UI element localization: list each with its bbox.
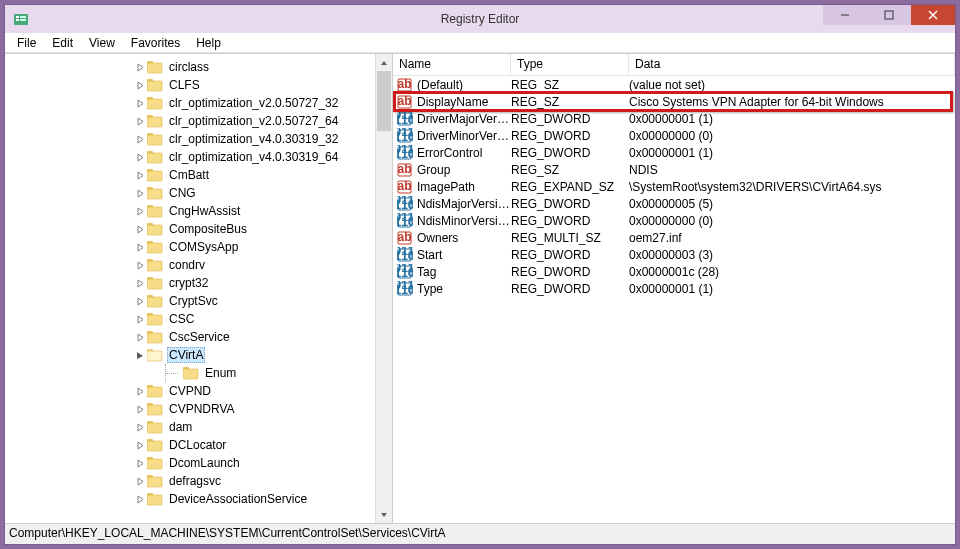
values-list[interactable]: Name Type Data ab (Default) REG_SZ (valu… <box>393 54 955 523</box>
menu-file[interactable]: File <box>9 34 44 52</box>
tree-item[interactable]: crypt32 <box>5 274 340 292</box>
tree-item-label: clr_optimization_v4.0.30319_32 <box>167 132 340 146</box>
expander-icon[interactable] <box>133 150 147 164</box>
tree-item[interactable]: DCLocator <box>5 436 340 454</box>
expander-icon[interactable] <box>133 222 147 236</box>
list-row[interactable]: 011110 NdisMinorVersion REG_DWORD 0x0000… <box>393 212 955 229</box>
list-row[interactable]: ab Owners REG_MULTI_SZ oem27.inf <box>393 229 955 246</box>
expander-icon[interactable] <box>133 114 147 128</box>
value-name: NdisMinorVersion <box>417 214 511 228</box>
menu-help[interactable]: Help <box>188 34 229 52</box>
column-type[interactable]: Type <box>511 54 629 75</box>
scroll-thumb[interactable] <box>377 71 391 131</box>
expander-icon[interactable] <box>133 258 147 272</box>
expander-icon[interactable] <box>133 456 147 470</box>
expander-icon[interactable] <box>133 78 147 92</box>
list-row[interactable]: ab ImagePath REG_EXPAND_SZ \SystemRoot\s… <box>393 178 955 195</box>
list-row[interactable]: 011110 DriverMajorVersi... REG_DWORD 0x0… <box>393 110 955 127</box>
binary-value-icon: 011110 <box>397 264 413 280</box>
content-area: circlass CLFS clr_optimization_v2.0.5072… <box>5 53 955 524</box>
expander-icon[interactable] <box>133 276 147 290</box>
list-row[interactable]: 011110 NdisMajorVersion REG_DWORD 0x0000… <box>393 195 955 212</box>
maximize-button[interactable] <box>867 5 911 25</box>
folder-icon <box>147 186 163 200</box>
value-name: (Default) <box>417 78 511 92</box>
tree-item[interactable]: CngHwAssist <box>5 202 340 220</box>
tree-item[interactable]: CmBatt <box>5 166 340 184</box>
list-row[interactable]: ab (Default) REG_SZ (value not set) <box>393 76 955 93</box>
menu-edit[interactable]: Edit <box>44 34 81 52</box>
tree-item-label: DCLocator <box>167 438 228 452</box>
expander-icon[interactable] <box>133 492 147 506</box>
expander-icon[interactable] <box>133 402 147 416</box>
expander-icon[interactable] <box>133 474 147 488</box>
tree-item[interactable]: clr_optimization_v2.0.50727_32 <box>5 94 340 112</box>
tree-item[interactable]: DeviceAssociationService <box>5 490 340 508</box>
tree-item[interactable]: defragsvc <box>5 472 340 490</box>
tree-item[interactable]: CNG <box>5 184 340 202</box>
tree-item[interactable]: clr_optimization_v4.0.30319_64 <box>5 148 340 166</box>
titlebar[interactable]: Registry Editor <box>5 5 955 33</box>
tree-item[interactable]: CVirtA <box>5 346 340 364</box>
expander-icon[interactable] <box>133 96 147 110</box>
tree-item[interactable]: clr_optimization_v4.0.30319_32 <box>5 130 340 148</box>
window-title: Registry Editor <box>441 12 520 26</box>
expander-icon[interactable] <box>133 294 147 308</box>
tree-item[interactable]: CVPNDRVA <box>5 400 340 418</box>
tree-item[interactable]: Enum <box>5 364 340 382</box>
tree-item-label: clr_optimization_v4.0.30319_64 <box>167 150 340 164</box>
tree-item[interactable]: CscService <box>5 328 340 346</box>
folder-icon <box>147 294 163 308</box>
expander-icon[interactable] <box>151 366 165 380</box>
svg-rect-18 <box>147 135 162 145</box>
tree-panel[interactable]: circlass CLFS clr_optimization_v2.0.5072… <box>5 54 393 523</box>
tree-item[interactable]: COMSysApp <box>5 238 340 256</box>
expander-icon[interactable] <box>133 186 147 200</box>
tree-item-label: defragsvc <box>167 474 223 488</box>
list-row[interactable]: 011110 DriverMinorVers... REG_DWORD 0x00… <box>393 127 955 144</box>
list-row[interactable]: ab Group REG_SZ NDIS <box>393 161 955 178</box>
menu-view[interactable]: View <box>81 34 123 52</box>
scroll-down-icon[interactable] <box>376 506 392 523</box>
expander-icon[interactable] <box>133 384 147 398</box>
expander-icon[interactable] <box>133 204 147 218</box>
folder-icon <box>147 258 163 272</box>
tree-item[interactable]: CSC <box>5 310 340 328</box>
expander-icon[interactable] <box>133 168 147 182</box>
tree-item[interactable]: CVPND <box>5 382 340 400</box>
tree-item[interactable]: CryptSvc <box>5 292 340 310</box>
column-name[interactable]: Name <box>393 54 511 75</box>
value-name: Group <box>417 163 511 177</box>
expander-icon[interactable] <box>133 438 147 452</box>
value-type: REG_DWORD <box>511 146 629 160</box>
tree-item[interactable]: clr_optimization_v2.0.50727_64 <box>5 112 340 130</box>
tree-item[interactable]: CLFS <box>5 76 340 94</box>
expander-icon[interactable] <box>133 312 147 326</box>
tree-item[interactable]: CompositeBus <box>5 220 340 238</box>
close-button[interactable] <box>911 5 955 25</box>
expander-icon[interactable] <box>133 60 147 74</box>
expander-icon[interactable] <box>133 240 147 254</box>
list-row[interactable]: ab DisplayName REG_SZ Cisco Systems VPN … <box>393 93 955 110</box>
list-row[interactable]: 011110 Tag REG_DWORD 0x0000001c (28) <box>393 263 955 280</box>
minimize-button[interactable] <box>823 5 867 25</box>
list-row[interactable]: 011110 Start REG_DWORD 0x00000003 (3) <box>393 246 955 263</box>
expander-icon[interactable] <box>133 420 147 434</box>
svg-rect-58 <box>147 495 162 505</box>
tree-item[interactable]: circlass <box>5 58 340 76</box>
string-value-icon: ab <box>397 230 413 246</box>
expander-icon[interactable] <box>133 348 147 362</box>
tree-item[interactable]: DcomLaunch <box>5 454 340 472</box>
expander-icon[interactable] <box>133 330 147 344</box>
expander-icon[interactable] <box>133 132 147 146</box>
list-row[interactable]: 011110 Type REG_DWORD 0x00000001 (1) <box>393 280 955 297</box>
svg-rect-36 <box>147 297 162 307</box>
tree-item[interactable]: condrv <box>5 256 340 274</box>
menu-favorites[interactable]: Favorites <box>123 34 188 52</box>
list-row[interactable]: 011110 ErrorControl REG_DWORD 0x00000001… <box>393 144 955 161</box>
svg-rect-32 <box>147 261 162 271</box>
scroll-up-icon[interactable] <box>376 54 392 71</box>
tree-scrollbar[interactable] <box>375 54 392 523</box>
column-data[interactable]: Data <box>629 54 955 75</box>
tree-item[interactable]: dam <box>5 418 340 436</box>
